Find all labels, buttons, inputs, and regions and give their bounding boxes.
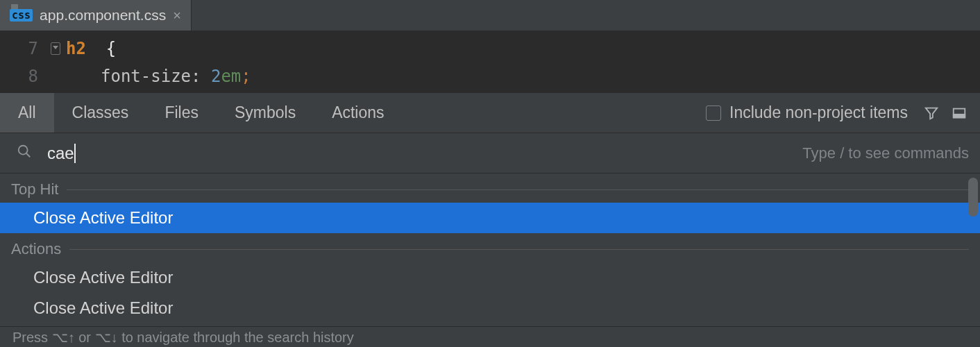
search-hint: Type / to see commands [802,144,969,162]
checkbox-icon[interactable] [706,105,721,121]
include-non-project-toggle[interactable]: Include non-project items [706,93,918,133]
tab-all[interactable]: All [0,93,54,133]
scrollbar-thumb[interactable] [968,178,978,217]
search-input[interactable]: cae [47,144,74,163]
css-file-icon: css [10,9,33,22]
search-input-row: cae Type / to see commands [0,133,980,174]
editor-tab-bar: css app.component.css × [0,0,980,31]
code-line: 7 h2 { [0,35,980,62]
include-label: Include non-project items [729,103,908,122]
line-number: 7 [0,39,66,58]
tab-symbols[interactable]: Symbols [217,93,314,133]
tab-files[interactable]: Files [146,93,217,133]
code-editor[interactable]: 7 h2 { 8 font-size : 2 em ; [0,31,980,93]
text-cursor [74,144,76,163]
section-header-top-hit: Top Hit [0,174,980,203]
result-item[interactable]: Close Active Editor [0,293,980,323]
code-text: font-size : 2 em ; [66,67,251,86]
search-results: Top Hit Close Active Editor Actions Clos… [0,174,980,326]
search-icon [17,144,32,162]
code-line: 8 font-size : 2 em ; [0,62,980,90]
result-item[interactable]: Close Active Editor [0,262,980,293]
code-text: h2 { [66,39,116,58]
close-icon[interactable]: × [173,8,181,24]
search-tabs: All Classes Files Symbols Actions Includ… [0,93,980,133]
open-in-tool-window-icon[interactable] [945,93,973,133]
svg-line-3 [26,153,31,158]
footer-hint: Press ⌥↑ or ⌥↓ to navigate through the s… [0,326,980,347]
filter-icon[interactable] [918,93,945,133]
result-item[interactable]: Close Active Editor [0,203,980,233]
svg-rect-1 [954,114,965,117]
tab-classes[interactable]: Classes [54,93,147,133]
line-number: 8 [0,67,66,86]
section-header-actions: Actions [0,233,980,262]
fold-marker-icon[interactable] [51,42,60,55]
tab-actions[interactable]: Actions [314,93,402,133]
search-everywhere-popup: All Classes Files Symbols Actions Includ… [0,93,980,347]
editor-tab[interactable]: css app.component.css × [0,0,192,31]
svg-point-2 [19,146,28,155]
editor-tab-label: app.component.css [40,7,166,24]
